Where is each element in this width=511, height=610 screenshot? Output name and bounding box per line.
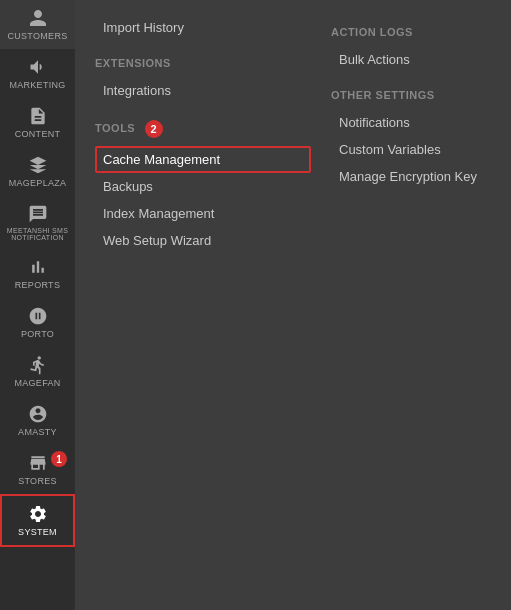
- stores-badge: 1: [51, 451, 67, 467]
- sidebar-item-customers-label: CUSTOMERS: [7, 31, 67, 41]
- menu-item-cache-management[interactable]: Cache Management: [95, 146, 311, 173]
- section-label-tools: Tools 2: [95, 120, 311, 138]
- section-label-extensions: Extensions: [95, 57, 311, 69]
- sidebar-item-amasty[interactable]: AMASTY: [0, 396, 75, 445]
- sidebar-item-content-label: CONTENT: [15, 129, 61, 139]
- section-label-other-settings: Other Settings: [331, 89, 491, 101]
- menu-columns: Import History Extensions Integrations T…: [95, 10, 491, 254]
- menu-item-web-setup-wizard[interactable]: Web Setup Wizard: [95, 227, 311, 254]
- sidebar-item-marketing-label: MARKETING: [9, 80, 65, 90]
- sidebar-item-reports-label: REPORTS: [15, 280, 60, 290]
- marketing-icon: [28, 57, 48, 77]
- sidebar-item-meetanshi[interactable]: MEETANSHI SMS NOTIFICATION: [0, 196, 75, 249]
- sidebar-item-mageplaza-label: MAGEPLAZA: [9, 178, 67, 188]
- sidebar-item-reports[interactable]: REPORTS: [0, 249, 75, 298]
- porto-icon: [28, 306, 48, 326]
- menu-item-integrations[interactable]: Integrations: [95, 77, 311, 104]
- tools-badge: 2: [145, 120, 163, 138]
- sidebar-item-porto[interactable]: PORTO: [0, 298, 75, 347]
- menu-item-bulk-actions[interactable]: Bulk Actions: [331, 46, 491, 73]
- menu-item-custom-variables[interactable]: Custom Variables: [331, 136, 491, 163]
- menu-item-manage-encryption-key[interactable]: Manage Encryption Key: [331, 163, 491, 190]
- sidebar-item-meetanshi-label: MEETANSHI SMS NOTIFICATION: [2, 227, 73, 241]
- section-label-action-logs: Action Logs: [331, 26, 491, 38]
- main-content: Import History Extensions Integrations T…: [75, 0, 511, 610]
- sidebar-item-porto-label: PORTO: [21, 329, 54, 339]
- sidebar-item-content[interactable]: CONTENT: [0, 98, 75, 147]
- menu-item-backups[interactable]: Backups: [95, 173, 311, 200]
- amasty-icon: [28, 404, 48, 424]
- sidebar-item-stores-label: STORES: [18, 476, 57, 486]
- customers-icon: [28, 8, 48, 28]
- stores-icon: [28, 453, 48, 473]
- sidebar-item-customers[interactable]: CUSTOMERS: [0, 0, 75, 49]
- mageplaza-icon: [28, 155, 48, 175]
- sidebar-item-magefan-label: MAGEFAN: [14, 378, 60, 388]
- sidebar-item-marketing[interactable]: MARKETING: [0, 49, 75, 98]
- menu-col-right: Action Logs Bulk Actions Other Settings …: [331, 10, 491, 254]
- sidebar-item-mageplaza[interactable]: MAGEPLAZA: [0, 147, 75, 196]
- menu-item-index-management[interactable]: Index Management: [95, 200, 311, 227]
- menu-col-left: Import History Extensions Integrations T…: [95, 10, 311, 254]
- sidebar-item-amasty-label: AMASTY: [18, 427, 57, 437]
- sidebar: CUSTOMERS MARKETING CONTENT MAGEPLAZA ME…: [0, 0, 75, 610]
- sidebar-item-magefan[interactable]: MAGEFAN: [0, 347, 75, 396]
- system-icon: [28, 504, 48, 524]
- menu-item-notifications[interactable]: Notifications: [331, 109, 491, 136]
- sidebar-item-system[interactable]: SYSTEM: [0, 494, 75, 547]
- magefan-icon: [28, 355, 48, 375]
- sidebar-item-stores[interactable]: 1 STORES: [0, 445, 75, 494]
- reports-icon: [28, 257, 48, 277]
- sms-icon: [28, 204, 48, 224]
- menu-item-import-history[interactable]: Import History: [95, 14, 311, 41]
- sidebar-item-system-label: SYSTEM: [18, 527, 57, 537]
- content-icon: [28, 106, 48, 126]
